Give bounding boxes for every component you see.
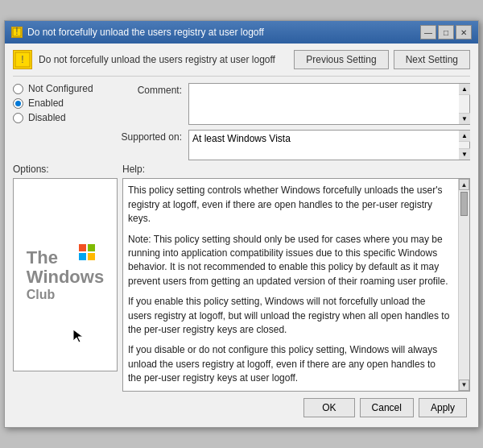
title-bar: ! Do not forcefully unload the users reg…: [5, 21, 478, 44]
help-label: Help:: [122, 164, 470, 175]
svg-rect-4: [79, 244, 86, 251]
close-button[interactable]: ✕: [456, 25, 472, 39]
main-body: Not Configured Enabled Disabled Com: [13, 83, 470, 160]
enabled-radio-input[interactable]: [13, 98, 23, 109]
watermark-line3: Club: [27, 288, 56, 302]
radio-group: Not Configured Enabled Disabled: [13, 83, 111, 123]
supported-scroll-up[interactable]: ▲: [459, 131, 470, 142]
bottom-buttons: OK Cancel Apply: [13, 392, 470, 421]
header-setting-title: Do not forcefully unload the users regis…: [39, 54, 275, 65]
supported-row: Supported on: At least Windows Vista ▲ ▼: [118, 130, 470, 160]
supported-field-container: At least Windows Vista ▲ ▼: [188, 130, 470, 160]
comment-label: Comment:: [118, 83, 182, 96]
disabled-radio-input[interactable]: [13, 113, 23, 123]
comment-scroll-down[interactable]: ▼: [459, 113, 470, 124]
svg-text:!: !: [21, 54, 23, 65]
svg-rect-6: [79, 253, 86, 260]
comment-field-container: ▲ ▼: [188, 83, 470, 125]
dialog-header-left: ! Do not forcefully unload the users reg…: [13, 50, 275, 69]
comment-scroll-up[interactable]: ▲: [459, 84, 470, 95]
help-scroll-down[interactable]: ▼: [459, 380, 469, 391]
not-configured-radio-input[interactable]: [13, 84, 23, 94]
dialog-icon: !: [11, 27, 23, 38]
help-para-4: If you disable or do not configure this …: [128, 343, 452, 385]
previous-setting-button[interactable]: Previous Setting: [294, 50, 388, 69]
header-icon: !: [13, 50, 32, 69]
comment-scroll-track: [459, 95, 469, 113]
header-buttons: Previous Setting Next Setting: [294, 50, 470, 69]
options-panel: Options: The Windows Club: [13, 164, 118, 391]
svg-rect-5: [88, 244, 95, 251]
next-setting-button[interactable]: Next Setting: [394, 50, 470, 69]
supported-value: At least Windows Vista: [188, 130, 459, 160]
options-label: Options:: [13, 164, 118, 175]
help-scroll-track: [459, 190, 469, 379]
svg-rect-7: [88, 253, 95, 260]
help-panel: Help: This policy setting controls wheth…: [122, 164, 470, 391]
help-para-2: Note: This policy setting should only be…: [128, 233, 452, 289]
supported-scrollbar[interactable]: ▲ ▼: [459, 130, 470, 160]
disabled-radio[interactable]: Disabled: [13, 112, 111, 123]
options-help-section: Options: The Windows Club: [13, 164, 470, 391]
svg-text:!: !: [15, 27, 18, 37]
help-content: This policy setting controls whether Win…: [128, 184, 464, 385]
enabled-radio[interactable]: Enabled: [13, 97, 111, 109]
help-scroll-up[interactable]: ▲: [459, 179, 469, 190]
main-dialog: ! Do not forcefully unload the users reg…: [4, 20, 479, 427]
supported-scroll-down[interactable]: ▼: [459, 148, 470, 160]
title-text: Do not forcefully unload the users regis…: [27, 27, 264, 38]
comment-row: Comment: ▲ ▼: [118, 83, 470, 125]
help-scrollbar[interactable]: ▲ ▼: [458, 179, 469, 390]
help-box: This policy setting controls whether Win…: [122, 178, 470, 391]
help-para-3: If you enable this policy setting, Windo…: [128, 295, 452, 337]
dialog-content: ! Do not forcefully unload the users reg…: [5, 44, 478, 426]
right-panel: Comment: ▲ ▼ Supported on: At least: [118, 83, 470, 160]
help-para-1: This policy setting controls whether Win…: [128, 184, 452, 226]
left-panel: Not Configured Enabled Disabled: [13, 83, 118, 160]
watermark-line2: Windows: [27, 268, 104, 287]
minimize-button[interactable]: —: [420, 25, 436, 39]
help-scroll-thumb[interactable]: [460, 192, 468, 216]
svg-marker-8: [73, 330, 83, 342]
comment-textarea[interactable]: [188, 83, 459, 125]
apply-button[interactable]: Apply: [419, 398, 467, 417]
ok-button[interactable]: OK: [303, 398, 354, 417]
dialog-header: ! Do not forcefully unload the users reg…: [13, 50, 470, 77]
not-configured-radio[interactable]: Not Configured: [13, 83, 111, 94]
cursor-arrow: [72, 328, 85, 346]
maximize-button[interactable]: □: [438, 25, 454, 39]
cancel-button[interactable]: Cancel: [360, 398, 414, 417]
disabled-label: Disabled: [28, 112, 66, 123]
title-bar-left: ! Do not forcefully unload the users reg…: [11, 27, 264, 38]
supported-scroll-track: [459, 142, 469, 148]
windows-logo-icon: [78, 243, 94, 259]
comment-scrollbar[interactable]: ▲ ▼: [459, 83, 470, 125]
options-box: The Windows Club: [13, 178, 118, 371]
not-configured-label: Not Configured: [28, 83, 93, 94]
watermark-line1: The: [27, 248, 58, 268]
enabled-label: Enabled: [28, 97, 64, 109]
supported-label: Supported on:: [118, 130, 182, 143]
title-bar-controls: — □ ✕: [420, 25, 472, 39]
